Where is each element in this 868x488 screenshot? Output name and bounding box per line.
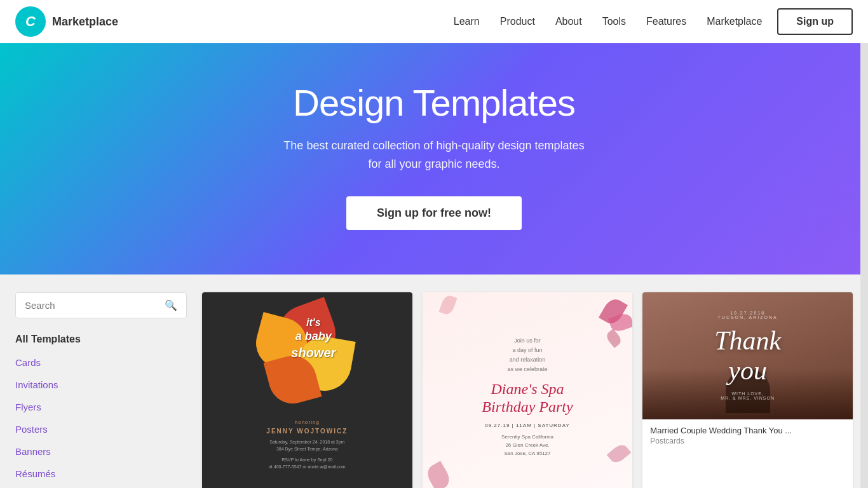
thankyou-thank: Thank [714, 326, 781, 355]
templates-grid: it's a baby shower honoring JENNY WOJTOW… [202, 292, 853, 488]
spa-title-1: Diane's Spa [482, 380, 573, 398]
logo-icon: C [15, 6, 46, 37]
nav-product[interactable]: Product [500, 16, 535, 27]
baby-shower-name: JENNY WOJTOWICZ [266, 428, 348, 435]
sidebar: 🔍 All Templates Cards Invitations Flyers… [15, 292, 187, 488]
all-templates-label: All Templates [15, 334, 187, 345]
spa-city: San Jose, CA 95127 [501, 450, 553, 458]
hero-title: Design Templates [15, 81, 853, 124]
nav-about[interactable]: About [555, 16, 582, 27]
spa-title-2: Birthday Party [482, 398, 573, 416]
nav-links: Learn Product About Tools Features Marke… [454, 16, 763, 27]
baby-shower-text-3: shower [266, 344, 361, 361]
sidebar-item-certificates[interactable]: Certificates [15, 485, 187, 488]
main-content: 🔍 All Templates Cards Invitations Flyers… [0, 274, 868, 488]
logo-text: Marketplace [52, 15, 118, 29]
spa-venue: Serenity Spa California [501, 433, 553, 442]
template-card-baby-shower[interactable]: it's a baby shower honoring JENNY WOJTOW… [202, 292, 412, 488]
template-card-thankyou[interactable]: 10.27.2018 TUCSON, ARIZONA Thank you WIT… [642, 292, 853, 488]
nav-features[interactable]: Features [646, 16, 686, 27]
sidebar-item-resumes[interactable]: Résumés [15, 463, 187, 485]
baby-shower-rsvp: RSVP to Anne by Sept 20 [269, 456, 346, 463]
thankyou-card-category: Postcards [650, 437, 845, 445]
navbar: C Marketplace Learn Product About Tools … [0, 0, 868, 43]
nav-marketplace[interactable]: Marketplace [707, 16, 762, 27]
template-card-spa[interactable]: Join us for a day of fun and relaxation … [423, 292, 633, 488]
thankyou-you: you [714, 356, 781, 385]
thankyou-top: 10.27.2018 TUCSON, ARIZONA [718, 311, 778, 320]
hero-subtitle: The best curated collection of high-qual… [15, 137, 853, 173]
search-icon: 🔍 [165, 299, 177, 311]
sidebar-nav: All Templates Cards Invitations Flyers P… [15, 334, 187, 488]
thankyou-bottom: WITH LOVE, MR. & MRS. VINSON [721, 391, 775, 400]
baby-shower-honoring: honoring [295, 419, 320, 425]
signup-button[interactable]: Sign up [777, 8, 853, 35]
thankyou-card-title: Married Couple Wedding Thank You ... [650, 426, 845, 435]
thankyou-card-info: Married Couple Wedding Thank You ... Pos… [642, 419, 853, 453]
baby-shower-address: 384 Dye Street Tempe, Arizona [269, 445, 346, 452]
sidebar-item-banners[interactable]: Banners [15, 440, 187, 463]
sidebar-item-posters[interactable]: Posters [15, 418, 187, 440]
baby-shower-text-1: it's [266, 316, 361, 330]
sidebar-item-invitations[interactable]: Invitations [15, 374, 187, 396]
baby-shower-contact: at 400-777-5547 or annie.w@mail.com [269, 463, 346, 470]
spa-address: 26 Glen Creek Ave. [501, 442, 553, 450]
baby-shower-details: Saturday, September 24, 2018 at 3pm [269, 438, 346, 445]
spa-invite-text: Join us for a day of fun and relaxation … [507, 336, 547, 375]
nav-tools[interactable]: Tools [602, 16, 626, 27]
sidebar-item-cards[interactable]: Cards [15, 351, 187, 374]
hero-cta-button[interactable]: Sign up for free now! [346, 196, 522, 230]
baby-shower-text-2: a baby [266, 329, 361, 344]
spa-date: 09.27.19 | 11AM | SATURDAY [485, 423, 569, 428]
search-input[interactable] [25, 300, 165, 311]
sidebar-item-flyers[interactable]: Flyers [15, 396, 187, 418]
scrollbar[interactable] [860, 0, 868, 488]
logo-link[interactable]: C Marketplace [15, 6, 118, 37]
search-box[interactable]: 🔍 [15, 292, 187, 318]
nav-learn[interactable]: Learn [454, 16, 480, 27]
hero-section: Design Templates The best curated collec… [0, 43, 868, 274]
